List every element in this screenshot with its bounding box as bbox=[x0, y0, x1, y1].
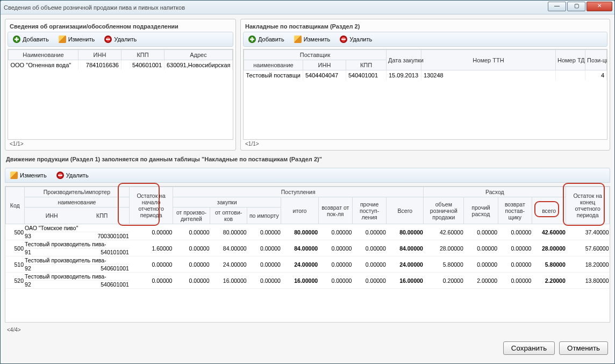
content: Сведения об организации/обособленном под… bbox=[1, 15, 614, 363]
col-other-exp[interactable]: прочий расход bbox=[464, 197, 498, 224]
col-supplier-group[interactable]: Поставщик bbox=[244, 50, 387, 60]
sup-pager: <1/1> bbox=[243, 140, 607, 148]
movement-pager: <4/4> bbox=[5, 326, 610, 334]
col-prod-name[interactable]: наименование bbox=[24, 197, 130, 208]
col-inn-kpp[interactable]: ИНН КПП bbox=[24, 208, 130, 224]
col-purchases-group[interactable]: закупки bbox=[173, 197, 281, 208]
col-kpp[interactable]: КПП bbox=[121, 50, 165, 60]
suppliers-panel: Накладные по поставщикам (Раздел 2) Доба… bbox=[240, 19, 610, 151]
suppliers-grid[interactable]: Поставщик Дата закупки Номер ТТН Номер Т… bbox=[243, 49, 607, 140]
col-date[interactable]: Дата закупки bbox=[387, 50, 421, 70]
organization-panel: Сведения об организации/обособленном под… bbox=[5, 19, 236, 151]
col-expense-group[interactable]: Расход bbox=[424, 187, 566, 197]
col-code[interactable]: Код bbox=[6, 187, 25, 224]
col-from-prod[interactable]: от произво-дителей bbox=[173, 208, 210, 224]
col-addr[interactable]: Адрес bbox=[165, 50, 233, 60]
mv-delete-button[interactable]: Удалить bbox=[53, 170, 92, 181]
movement-row[interactable]: 500ОАО "Томское пиво"0.000000.0000080.00… bbox=[6, 224, 610, 232]
edit-icon bbox=[294, 35, 302, 43]
movement-row[interactable]: 520Тестовый производитель пива-0.000000.… bbox=[6, 273, 610, 281]
titlebar[interactable]: Сведения об объеме розничной продажи пив… bbox=[1, 1, 614, 15]
add-icon bbox=[248, 35, 256, 43]
app-window: Сведения об объеме розничной продажи пив… bbox=[0, 0, 615, 364]
col-vsego-in[interactable]: Всего bbox=[387, 197, 424, 224]
org-edit-button[interactable]: Изменить bbox=[55, 34, 99, 45]
col-sup-kpp[interactable]: КПП bbox=[346, 60, 387, 70]
col-sup-inn[interactable]: ИНН bbox=[303, 60, 346, 70]
col-rest-end[interactable]: Остаток на конец отчетного периода bbox=[566, 187, 610, 224]
col-td[interactable]: Номер ТД bbox=[556, 50, 585, 70]
window-title: Сведения об объеме розничной продажи пив… bbox=[4, 4, 185, 11]
org-toolbar: Добавить Изменить Удалить bbox=[8, 32, 233, 47]
movement-toolbar: Изменить Удалить bbox=[5, 168, 610, 183]
col-return-sup[interactable]: возврат постав-щику bbox=[498, 197, 532, 224]
col-itogo[interactable]: итого bbox=[281, 197, 318, 224]
movement-grid[interactable]: Код Производитель/импортер Остаток на на… bbox=[5, 186, 610, 323]
col-inn[interactable]: ИНН bbox=[78, 50, 121, 60]
supplier-row[interactable]: Тестовый поставщи 5404404047 540401001 1… bbox=[244, 70, 607, 81]
close-button[interactable]: ✕ bbox=[587, 2, 612, 11]
cancel-button[interactable]: Отменить bbox=[559, 341, 608, 355]
col-incoming-group[interactable]: Поступления bbox=[173, 187, 423, 197]
col-vsego-exp[interactable]: всего bbox=[532, 197, 566, 224]
org-panel-title: Сведения об организации/обособленном под… bbox=[8, 22, 233, 32]
delete-icon bbox=[340, 35, 347, 43]
col-ttn[interactable]: Номер ТТН bbox=[421, 50, 556, 70]
org-pager: <1/1> bbox=[8, 140, 233, 148]
delete-icon bbox=[104, 35, 112, 43]
minimize-button[interactable]: — bbox=[548, 2, 566, 11]
col-retail[interactable]: объем розничной продажи bbox=[424, 197, 464, 224]
org-delete-button[interactable]: Удалить bbox=[101, 34, 140, 45]
col-return-buy[interactable]: возврат от пок-ля bbox=[318, 197, 352, 224]
edit-icon bbox=[59, 35, 66, 43]
add-icon bbox=[13, 35, 20, 43]
col-other-in[interactable]: прочие поступ-ления bbox=[352, 197, 386, 224]
org-grid[interactable]: Наименование ИНН КПП Адрес ООО "Огненная… bbox=[8, 49, 233, 140]
col-rest-start[interactable]: Остаток на начало отчетного периода bbox=[130, 187, 173, 224]
dialog-buttons: Сохранить Отменить bbox=[5, 337, 610, 359]
org-row[interactable]: ООО "Огненная вода" 7841016636 540601001… bbox=[9, 60, 233, 70]
delete-icon bbox=[56, 172, 64, 179]
sup-edit-button[interactable]: Изменить bbox=[290, 34, 334, 45]
movement-row[interactable]: 500Тестовый производитель пива-1.600000.… bbox=[6, 240, 610, 248]
col-by-import[interactable]: по импорту bbox=[247, 208, 281, 224]
sup-add-button[interactable]: Добавить bbox=[245, 34, 288, 45]
suppliers-panel-title: Накладные по поставщикам (Раздел 2) bbox=[243, 22, 607, 32]
col-producer-group[interactable]: Производитель/импортер bbox=[24, 187, 130, 197]
suppliers-toolbar: Добавить Изменить Удалить bbox=[243, 32, 607, 47]
org-add-button[interactable]: Добавить bbox=[9, 34, 53, 45]
edit-icon bbox=[10, 172, 18, 179]
col-from-opt[interactable]: от оптови-ков bbox=[210, 208, 247, 224]
movement-row[interactable]: 510Тестовый производитель пива-0.000000.… bbox=[6, 256, 610, 265]
col-name[interactable]: Наименование bbox=[9, 50, 78, 60]
sup-delete-button[interactable]: Удалить bbox=[336, 34, 376, 45]
save-button[interactable]: Сохранить bbox=[503, 341, 555, 355]
maximize-button[interactable]: ▢ bbox=[567, 2, 585, 11]
mv-edit-button[interactable]: Изменить bbox=[6, 170, 51, 181]
movement-title: Движение продукции (Раздел 1) заполняетс… bbox=[5, 154, 610, 165]
col-pos[interactable]: Пози-ций bbox=[585, 50, 607, 70]
col-sup-name[interactable]: наименование bbox=[244, 60, 303, 70]
